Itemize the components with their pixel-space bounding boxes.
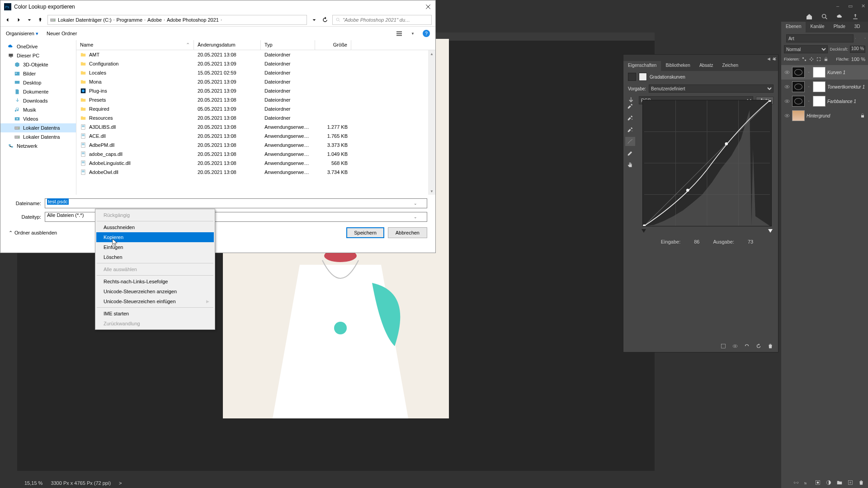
tree-item[interactable]: Bilder bbox=[0, 69, 76, 78]
output-value[interactable]: 73 bbox=[748, 239, 753, 244]
new-folder-button[interactable]: Neuer Ordner bbox=[47, 31, 77, 36]
layer-name[interactable]: Farbbalance 1 bbox=[827, 99, 865, 104]
tree-item[interactable]: OneDrive bbox=[0, 42, 76, 51]
file-row[interactable]: AdbePM.dll20.05.2021 13:08Anwendungserwe… bbox=[76, 141, 435, 150]
refresh-icon[interactable] bbox=[321, 16, 329, 23]
prev-icon[interactable] bbox=[744, 343, 750, 349]
file-row[interactable]: AdobeLinguistic.dll20.05.2021 13:08Anwen… bbox=[76, 159, 435, 168]
panel-tab[interactable]: 3D bbox=[850, 22, 865, 33]
close-button[interactable]: ✕ bbox=[860, 3, 866, 9]
tree-item[interactable]: Musik bbox=[0, 105, 76, 114]
list-scrollbar[interactable]: ▲ ▼ bbox=[428, 50, 435, 195]
chevron-right-icon[interactable]: › bbox=[113, 18, 115, 22]
menu-item[interactable]: Ausschneiden bbox=[96, 222, 214, 232]
menu-item[interactable]: Unicode-Steuerzeichen anzeigen bbox=[96, 286, 214, 296]
breadcrumb-item[interactable]: Programme bbox=[117, 17, 142, 23]
properties-tab[interactable]: Bibliotheken bbox=[661, 61, 694, 71]
group-icon[interactable] bbox=[836, 479, 843, 486]
tree-item[interactable]: Desktop bbox=[0, 78, 76, 87]
min-button[interactable]: – bbox=[835, 3, 841, 9]
max-button[interactable]: ▭ bbox=[847, 3, 854, 9]
chevron-right-icon[interactable]: › bbox=[221, 18, 222, 22]
panel-tab[interactable]: Kanäle bbox=[806, 22, 829, 33]
opacity-value[interactable]: 100 % bbox=[850, 46, 865, 53]
eyedropper-plus-icon[interactable] bbox=[625, 113, 635, 122]
lock-all-icon[interactable] bbox=[823, 56, 829, 62]
reset-icon[interactable] bbox=[755, 343, 762, 349]
nav-back-icon[interactable] bbox=[4, 16, 11, 23]
input-value[interactable]: 86 bbox=[694, 239, 699, 244]
eyedropper-icon[interactable] bbox=[625, 102, 635, 111]
tree-item[interactable]: Lokaler Datentra bbox=[0, 132, 76, 141]
curve-editor[interactable] bbox=[642, 100, 772, 226]
adjustment-add-icon[interactable] bbox=[826, 479, 832, 486]
filter-shape-icon[interactable] bbox=[863, 35, 863, 42]
eye-icon[interactable] bbox=[784, 84, 790, 90]
layer-name[interactable]: Hintergrund bbox=[807, 113, 858, 118]
menu-item[interactable]: Löschen bbox=[96, 252, 214, 262]
menu-item[interactable]: Einfügen bbox=[96, 242, 214, 252]
eye-icon-2[interactable] bbox=[732, 343, 738, 349]
filter-adj-icon[interactable] bbox=[858, 35, 858, 42]
file-row[interactable]: Plug-ins20.05.2021 13:09Dateiordner bbox=[76, 86, 435, 95]
menu-item[interactable]: Rechts-nach-Links-Lesefolge bbox=[96, 277, 214, 286]
file-list[interactable]: Name ⌃ Änderungsdatum Typ Größe AMT20.05… bbox=[76, 40, 435, 195]
menu-item[interactable]: IME starten bbox=[96, 309, 214, 319]
search-icon[interactable] bbox=[821, 13, 828, 20]
filename-input[interactable]: test.psdc bbox=[45, 198, 427, 208]
help-icon[interactable]: ? bbox=[423, 30, 430, 37]
layer-row[interactable]: Tonwertkorrektur 1 bbox=[781, 80, 868, 94]
curve-icon[interactable] bbox=[625, 137, 635, 146]
layer-search[interactable] bbox=[786, 34, 854, 42]
panel-tab[interactable]: Ebenen bbox=[781, 22, 806, 33]
file-row[interactable]: Presets20.05.2021 13:08Dateiordner bbox=[76, 95, 435, 104]
lock-artboard-icon[interactable] bbox=[816, 56, 821, 62]
file-row[interactable]: AMT20.05.2021 13:08Dateiordner bbox=[76, 50, 435, 59]
view-mode-icon[interactable] bbox=[396, 30, 403, 37]
filetype-dropdown-icon[interactable]: ⌄ bbox=[414, 215, 417, 219]
view-chevron-icon[interactable]: ▼ bbox=[411, 32, 415, 36]
file-row[interactable]: Locales15.05.2021 02:59Dateiordner bbox=[76, 68, 435, 77]
folder-tree[interactable]: OneDriveDieser PC3D-ObjekteBilderDesktop… bbox=[0, 40, 76, 195]
cancel-button[interactable]: Abbrechen bbox=[388, 227, 427, 238]
file-row[interactable]: Resources20.05.2021 13:08Dateiordner bbox=[76, 113, 435, 122]
tree-item[interactable]: Downloads bbox=[0, 96, 76, 105]
file-row[interactable]: Required05.05.2021 13:09Dateiordner bbox=[76, 104, 435, 113]
layer-row[interactable]: Farbbalance 1 bbox=[781, 94, 868, 108]
file-row[interactable]: Mona20.05.2021 13:09Dateiordner bbox=[76, 77, 435, 86]
hide-folders-toggle[interactable]: ⌃ Ordner ausblenden bbox=[9, 230, 57, 236]
search-icon-layers[interactable] bbox=[784, 36, 784, 41]
filename-dropdown-icon[interactable]: ⌄ bbox=[414, 201, 417, 206]
properties-tab[interactable]: Absatz bbox=[695, 61, 718, 71]
cloud-icon[interactable] bbox=[836, 13, 844, 20]
nav-dropdown-icon[interactable] bbox=[311, 16, 318, 23]
home-icon[interactable] bbox=[806, 13, 813, 20]
menu-item[interactable]: Unicode-Steuerzeichen einfügen▶ bbox=[96, 296, 214, 306]
clip-icon[interactable] bbox=[720, 343, 726, 349]
breadcrumb-item[interactable]: Adobe bbox=[147, 17, 162, 23]
file-row[interactable]: Configuration20.05.2021 13:09Dateiordner bbox=[76, 59, 435, 68]
curve-slider[interactable] bbox=[642, 229, 772, 235]
file-row[interactable]: ACE.dll20.05.2021 13:08Anwendungserwe…1.… bbox=[76, 131, 435, 141]
file-row[interactable]: adobe_caps.dll20.05.2021 13:08Anwendungs… bbox=[76, 150, 435, 159]
nav-forward-icon[interactable] bbox=[15, 16, 22, 23]
tree-item[interactable]: Dokumente bbox=[0, 87, 76, 96]
mask-add-icon[interactable] bbox=[815, 479, 821, 486]
tree-item[interactable]: Netzwerk bbox=[0, 141, 76, 150]
pencil-icon[interactable] bbox=[625, 149, 635, 158]
col-name[interactable]: Name ⌃ bbox=[76, 40, 194, 50]
preset-select[interactable]: Benutzerdefiniert bbox=[649, 84, 774, 93]
organize-menu[interactable]: Organisieren ▾ bbox=[6, 31, 38, 37]
lock-position-icon[interactable] bbox=[809, 56, 814, 62]
zoom-level[interactable]: 15,15 % bbox=[24, 480, 42, 486]
chevron-right-icon[interactable]: › bbox=[164, 18, 165, 22]
new-layer-icon[interactable] bbox=[847, 479, 854, 486]
fill-value[interactable]: 100 % bbox=[851, 56, 865, 62]
panel-tab[interactable]: Pfade bbox=[829, 22, 850, 33]
tree-item[interactable]: 3D-Objekte bbox=[0, 60, 76, 69]
menu-item[interactable]: Kopieren bbox=[96, 232, 214, 242]
chevron-right-icon[interactable]: › bbox=[144, 18, 146, 22]
eye-icon[interactable] bbox=[784, 69, 790, 75]
col-type[interactable]: Typ bbox=[261, 40, 315, 50]
collapse-icon[interactable]: ◄◄ bbox=[766, 56, 770, 60]
